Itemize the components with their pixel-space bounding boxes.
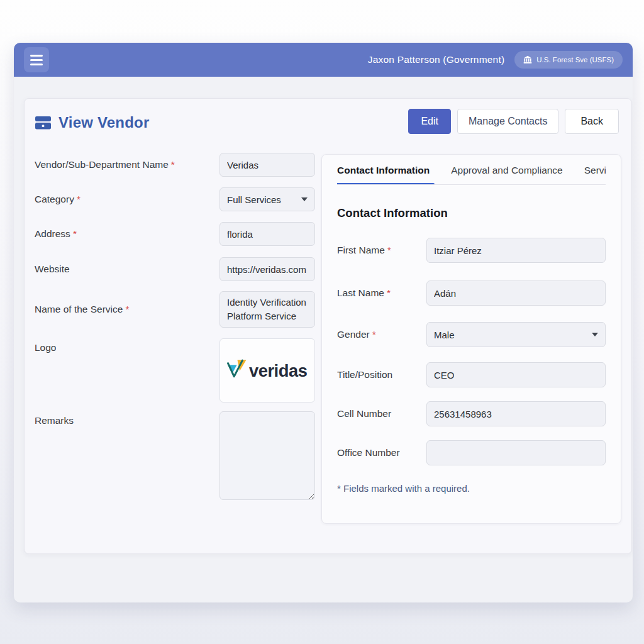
org-badge-label: U.S. Forest Sve (USFS) [536, 56, 614, 64]
address-row: Address* [35, 222, 315, 246]
manage-contacts-button[interactable]: Manage Contacts [457, 109, 558, 134]
last-name-label: Last Name* [337, 287, 426, 299]
card-header: View Vendor Edit Manage Contacts Back [25, 99, 631, 148]
user-name: Jaxon Patterson (Government) [368, 54, 505, 65]
vendor-name-row: Vendor/Sub-Department Name* [35, 153, 315, 177]
back-button[interactable]: Back [565, 109, 619, 134]
header-buttons: Edit Manage Contacts Back [408, 109, 619, 134]
tab-contact-information[interactable]: Contact Information [337, 165, 430, 184]
office-number-input[interactable] [426, 440, 606, 465]
gender-select[interactable]: Male [426, 322, 606, 347]
service-name-label: Name of the Service* [35, 304, 129, 315]
menu-icon[interactable] [24, 47, 49, 72]
gender-selected-value: Male [434, 330, 455, 340]
gender-label: Gender* [337, 329, 426, 340]
required-asterisk: * [125, 304, 129, 314]
vendor-card-icon [35, 114, 52, 131]
gender-row: Gender* Male [337, 322, 606, 347]
top-navbar: Jaxon Patterson (Government) U.S. Forest… [14, 43, 633, 77]
category-selected-value: Full Services [227, 194, 281, 205]
service-name-row: Name of the Service* Identity Verificati… [35, 291, 315, 328]
remarks-textarea[interactable] [219, 411, 315, 500]
chevron-down-icon [301, 197, 308, 201]
first-name-label: First Name* [337, 245, 426, 256]
last-name-row: Last Name* [337, 280, 606, 306]
app-window: Jaxon Patterson (Government) U.S. Forest… [14, 43, 633, 602]
cell-number-input[interactable] [426, 401, 606, 426]
required-asterisk: * [73, 228, 77, 239]
required-asterisk: * [171, 159, 175, 170]
first-name-row: First Name* [337, 238, 606, 263]
service-name-input[interactable]: Identity Verification Platform Service [219, 291, 315, 328]
website-input[interactable] [219, 257, 315, 281]
category-row: Category* Full Services [35, 187, 315, 211]
page-title-text: View Vendor [58, 114, 149, 131]
vendor-name-input[interactable] [219, 153, 315, 177]
remarks-label: Remarks [35, 411, 74, 426]
contact-panel: Contact Information Approval and Complia… [321, 154, 621, 524]
first-name-input[interactable] [426, 238, 606, 263]
cell-number-label: Cell Number [337, 408, 426, 419]
title-position-row: Title/Position [337, 362, 606, 387]
org-badge[interactable]: U.S. Forest Sve (USFS) [514, 51, 623, 69]
view-vendor-card: View Vendor Edit Manage Contacts Back Ve… [24, 98, 632, 554]
website-label: Website [35, 264, 70, 275]
chevron-down-icon [592, 333, 598, 336]
office-number-row: Office Number [337, 440, 606, 465]
required-fields-note: * Fields marked with a required. [337, 483, 606, 494]
veridas-logo: veridas [226, 358, 309, 383]
page-title: View Vendor [35, 114, 149, 131]
category-select[interactable]: Full Services [219, 187, 315, 211]
logo-label: Logo [35, 338, 56, 353]
tab-services[interactable]: Services [584, 165, 606, 184]
title-position-input[interactable] [426, 362, 606, 387]
vendor-name-label: Vendor/Sub-Department Name* [35, 159, 175, 170]
vendor-logo-image: veridas [219, 338, 315, 402]
bank-icon [523, 55, 532, 64]
website-row: Website [35, 257, 315, 281]
svg-text:veridas: veridas [249, 361, 308, 380]
address-label: Address* [35, 228, 77, 240]
address-input[interactable] [219, 222, 315, 246]
contact-section-heading: Contact Information [337, 206, 606, 220]
edit-button[interactable]: Edit [408, 109, 451, 134]
logo-row: Logo veridas [35, 338, 315, 402]
office-number-label: Office Number [337, 447, 426, 458]
cell-number-row: Cell Number [337, 401, 606, 426]
category-label: Category* [35, 194, 80, 205]
title-position-label: Title/Position [337, 369, 426, 380]
required-asterisk: * [387, 287, 391, 298]
required-asterisk: * [387, 245, 391, 255]
last-name-input[interactable] [426, 280, 606, 306]
required-asterisk: * [372, 329, 376, 340]
required-asterisk: * [77, 194, 80, 204]
tab-approval-and-compliance[interactable]: Approval and Compliance [451, 165, 563, 184]
vendor-details-form: Vendor/Sub-Department Name* Category* Fu… [35, 153, 315, 500]
remarks-row: Remarks [35, 411, 315, 500]
tabs-row: Contact Information Approval and Complia… [337, 155, 606, 185]
